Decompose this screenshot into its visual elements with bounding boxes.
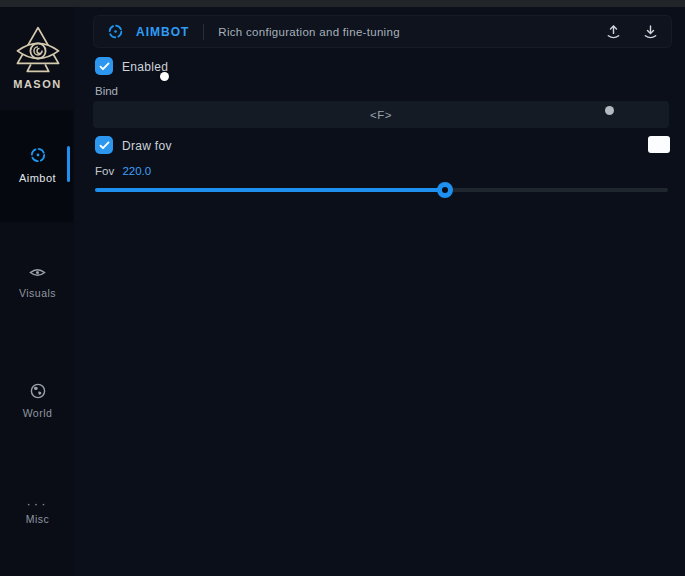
mouse-cursor-dot (160, 72, 169, 81)
fov-value: 220.0 (122, 165, 151, 177)
mason-menu-window: MASON Aimbot Visuals (0, 0, 685, 576)
upload-icon[interactable] (606, 24, 621, 40)
sidebar: MASON Aimbot Visuals (0, 7, 75, 576)
fov-slider-fill (95, 188, 445, 192)
header-separator (203, 24, 204, 40)
sidebar-item-label: Misc (0, 513, 75, 525)
bind-label: Bind (95, 85, 118, 97)
window-top-strip (0, 0, 685, 7)
ellipsis-icon: ··· (0, 499, 75, 509)
check-icon (99, 141, 110, 150)
bind-value: <F> (370, 109, 392, 121)
enabled-checkbox[interactable] (95, 57, 113, 75)
eye-pyramid-icon (0, 25, 75, 75)
fov-slider-thumb[interactable] (437, 182, 453, 198)
eye-icon (0, 265, 75, 283)
crosshair-icon (107, 23, 124, 40)
sidebar-item-label: Aimbot (0, 172, 75, 184)
globe-icon (0, 383, 75, 403)
fov-label-row: Fov 220.0 (95, 165, 151, 177)
bind-input[interactable]: <F> (93, 101, 669, 128)
fov-color-swatch[interactable] (648, 136, 670, 153)
sidebar-item-world[interactable]: World (0, 383, 75, 419)
sidebar-item-label: World (0, 407, 75, 419)
draw-fov-checkbox[interactable] (95, 136, 113, 154)
fov-label: Fov (95, 165, 114, 177)
sidebar-item-label: Visuals (0, 287, 75, 299)
download-icon[interactable] (643, 24, 658, 40)
sidebar-item-misc[interactable]: ··· Misc (0, 499, 75, 525)
crosshair-icon (0, 146, 75, 168)
logo-text: MASON (0, 78, 75, 90)
check-icon (99, 62, 110, 71)
sidebar-item-aimbot[interactable]: Aimbot (0, 146, 75, 184)
app-logo: MASON (0, 25, 75, 90)
drag-dot (605, 106, 614, 115)
fov-slider[interactable] (95, 182, 668, 198)
section-header: AIMBOT Rich configuration and fine-tunin… (93, 15, 672, 48)
section-title: AIMBOT (136, 25, 189, 39)
section-subtitle: Rich configuration and fine-tuning (218, 26, 400, 38)
sidebar-item-visuals[interactable]: Visuals (0, 265, 75, 299)
draw-fov-label: Draw fov (122, 139, 172, 153)
